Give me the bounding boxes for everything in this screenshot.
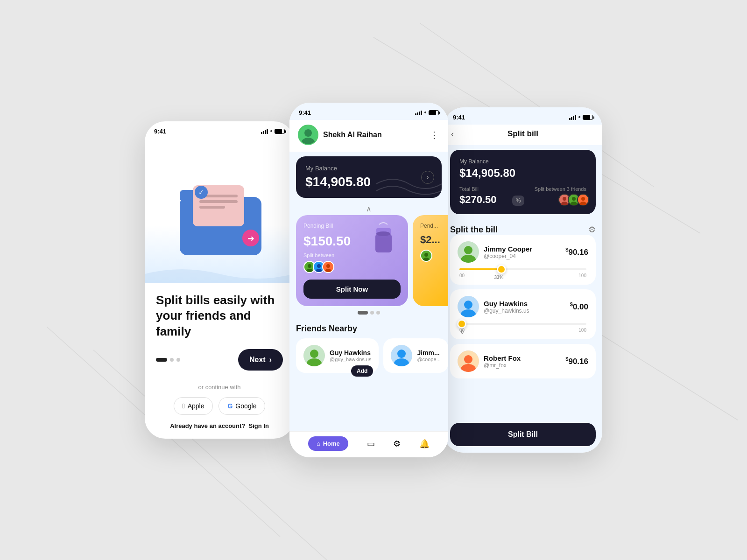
home-label: Home [323,440,340,447]
slider-labels-2: 00 0 100 [458,328,588,333]
status-bar-3: 9:41 ⁌ [444,107,602,125]
person-row-1: Jimmy Cooper @cooper_04 $90.16 [458,241,588,263]
slider-thumb-2[interactable] [457,319,466,329]
person-avatar-2 [458,296,479,317]
person-handle-2: @guy_hawkins.us [484,308,565,314]
back-button[interactable]: ‹ [451,129,454,139]
total-bill-label: Total Bill [459,186,497,192]
friend-avatar-1 [303,345,325,366]
friend-name-2: Jimm... [417,349,440,357]
svg-point-43 [572,197,576,201]
apple-label: Apple [188,402,204,410]
card-dot-3 [376,311,380,315]
svg-point-40 [563,197,566,201]
wifi-icon: ⁌ [270,128,273,134]
nav-settings[interactable]: ⚙ [393,439,401,449]
svg-text:✓: ✓ [198,189,204,196]
split-friends-avatars [558,194,586,206]
nav-notifications[interactable]: 🔔 [419,439,430,449]
person-row-3: Robert Fox @mr_fox $90.16 [458,350,588,372]
time-2: 9:41 [299,109,311,116]
pending-cards-row: Pending Bill $150.50 Split between [296,215,442,306]
wifi-icon-2: ⁌ [424,110,427,116]
phones-container: 9:41 ⁌ [145,103,602,457]
user-info: Shekh Al Raihan [298,125,382,145]
collapse-handle[interactable]: ∧ [289,203,448,215]
nav-home[interactable]: ⌂ Home [308,436,348,451]
status-bar-1: 9:41 ⁌ [145,121,294,139]
phone-split-bill: 9:41 ⁌ ‹ Split bill My Balance $14,905.8 [444,107,602,453]
split-section-header: Split the bill ⚙ [444,219,602,235]
person-info-3: Robert Fox @mr_fox [484,354,561,369]
balance-card[interactable]: My Balance $14,905.80 › [296,156,442,198]
slider-max-1: 100 [578,273,586,278]
google-button[interactable]: G Google [218,397,265,415]
slider-1: 00 33% 100 [458,268,588,278]
person-name-1: Jimmy Cooper [484,245,561,253]
slider-min-1: 00 [459,273,465,278]
card-dots [296,311,442,315]
person-amount-2: $0.00 [570,301,588,312]
status-icons-1: ⁌ [261,128,285,134]
apple-icon:  [183,402,185,410]
svg-point-52 [464,301,472,309]
split-balance-amount: $14,905.80 [459,167,586,180]
person-name-3: Robert Fox [484,354,561,362]
dot-1 [156,358,167,362]
split-avatars-yellow [420,250,448,262]
person-row-2: Guy Hawkins @guy_hawkins.us $0.00 [458,296,588,317]
split-now-button[interactable]: Split Now [303,280,401,299]
slider-percent-1: 33% [494,275,503,280]
slider-track-2 [459,323,586,325]
percent-badge: % [512,196,525,206]
settings-icon: ⚙ [393,439,401,449]
dot-3 [176,358,180,362]
svg-point-22 [317,264,321,268]
signin-link[interactable]: Sign In [249,422,269,429]
friend-avatar-2 [391,345,412,366]
person-info-2: Guy Hawkins @guy_hawkins.us [484,300,565,314]
svg-point-37 [397,350,406,358]
split-balance-label: My Balance [459,158,586,165]
phone-onboarding: 9:41 ⁌ [145,121,294,439]
time-3: 9:41 [453,114,465,121]
split-section-title: Split the bill [450,225,498,235]
friend-name-1: Guy Hawkins [330,349,371,357]
apple-button[interactable]:  Apple [174,397,213,415]
time-1: 9:41 [154,128,166,135]
next-button[interactable]: Next › [238,349,283,371]
dot-2 [170,358,174,362]
friends-section: Friends Nearby Guy Hawkins @guy_ [289,319,448,431]
status-bar-2: 9:41 ⁌ [289,103,448,120]
nav-wallet[interactable]: ▭ [367,439,375,449]
total-bill-amount: $270.50 [459,194,497,206]
bill-info: Total Bill $270.50 [459,186,497,206]
split-bill-button[interactable]: Split Bill [450,423,596,446]
card-dot-2 [370,311,374,315]
friend-card-1: Guy Hawkins @guy_hawkins.us Add [296,338,379,373]
svg-point-19 [308,264,311,268]
split-bill-title: Split bill [507,129,538,139]
friends-row: Guy Hawkins @guy_hawkins.us Add [296,338,442,373]
svg-text:➜: ➜ [247,234,254,243]
split-bill-header: ‹ Split bill [444,125,602,145]
slider-percent-2: 0 [461,329,464,335]
person-avatar-1 [458,241,479,263]
person-handle-3: @mr_fox [484,362,561,369]
dashboard-header: Shekh Al Raihan ⋮ [289,120,448,152]
svg-rect-10 [199,206,225,209]
slider-thumb-1[interactable] [497,265,506,274]
person-card-2: Guy Hawkins @guy_hawkins.us $0.00 [450,289,596,339]
split-settings-icon[interactable]: ⚙ [588,224,596,235]
wallet-icon: ▭ [367,439,375,449]
phone-dashboard: 9:41 ⁌ [289,103,448,457]
svg-point-55 [464,355,472,364]
signin-prompt: Already have an account? [170,422,245,429]
svg-point-25 [326,264,330,268]
coffee-icon [366,220,403,263]
more-menu-button[interactable]: ⋮ [430,129,440,140]
split-list: Jimmy Cooper @cooper_04 $90.16 [444,235,602,423]
person-name-2: Guy Hawkins [484,300,565,308]
add-friend-button[interactable]: Add [351,365,373,377]
friend-handle-1: @guy_hawkins.us [330,357,371,362]
